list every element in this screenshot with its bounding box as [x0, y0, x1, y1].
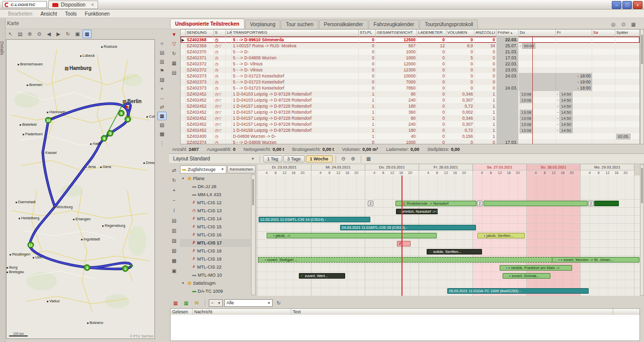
message-column-gelesen[interactable]: Gelesen [171, 309, 193, 315]
route-icon[interactable]: ≈ [157, 39, 167, 48]
back-icon[interactable]: ◀ [44, 30, 53, 38]
gantt-badge[interactable]: 2 [368, 201, 373, 206]
table-row[interactable]: SZ402372◷5 - -> D- Vilnius01200000022.03… [181, 61, 639, 67]
column-header-später[interactable]: Später [615, 30, 640, 36]
kennzeichen-button[interactable]: Kennzeichen [227, 165, 256, 174]
tree-item-mtl-cis-17[interactable]: ✗MTL-CIS 17 [180, 239, 251, 247]
chart2-icon[interactable]: ▨ [170, 236, 179, 245]
tree-item-mtl-cis-13[interactable]: ◷MTL-CIS 13 [180, 207, 251, 215]
tab-undisponierte-teilstrecken[interactable]: Undisponierte Teilstrecken [170, 19, 245, 29]
distance-icon[interactable]: ↔ [157, 94, 167, 102]
gantt-bar[interactable]: →▪jakob, Senften... [477, 233, 525, 238]
gantt-badge[interactable]: 2 [588, 201, 594, 206]
chart-icon[interactable]: ▥ [157, 57, 167, 66]
mail-icon[interactable]: ✉ [192, 299, 201, 307]
tree-item-da-tc-1009[interactable]: ▬DA-TC 1009 [180, 287, 251, 295]
table-row[interactable]: SZ402452◷▽1 D-04157 Leipzig -> D-97228 R… [181, 109, 639, 115]
gantt-bar[interactable]: →▤Rodeberode -> Nunsdorf [395, 201, 476, 206]
range-button-1-woche[interactable]: 1 Woche [306, 155, 333, 162]
column-header-do[interactable]: Do [519, 30, 556, 36]
fit-icon[interactable]: ▣ [73, 30, 82, 38]
menu-item-bearbeiten[interactable]: Bearbeiten [4, 11, 36, 17]
table-row[interactable]: SZ402373◷5 - -> D-01723 Kesselsdorf07000… [181, 79, 639, 85]
gantt-bar[interactable]: →▪zuverl, Stuttgart ... [258, 257, 554, 263]
select-area-icon[interactable]: ▦ [157, 112, 167, 120]
column-header-la[interactable]: LA [226, 30, 232, 36]
refresh-gantt-icon[interactable]: ↻ [170, 176, 179, 185]
more-icon[interactable]: ⋮ [157, 139, 167, 147]
table-row[interactable]: ▶SZ402368◷5 - -> D-99610 Sömmerda0125000… [181, 37, 639, 43]
gantt-bar[interactable] [484, 201, 588, 206]
gantt-badge[interactable]: 2 [477, 201, 482, 206]
column-header-stlpl[interactable]: STLPL [359, 30, 376, 36]
doc-icon[interactable]: ▤ [170, 216, 179, 225]
tree-item-mtl-cis-15[interactable]: ✗MTL-CIS 15 [180, 223, 251, 231]
gantt-bar[interactable]: 26.03.2021 11:01DA-TC 1009 (lkw01283) - [447, 288, 589, 294]
range-button-1-tag[interactable]: 1 Tag [263, 155, 282, 162]
gantt-bar[interactable]: →▪▪zuverl, Wurzen -> St. Johan... [552, 257, 639, 263]
message-column-nachricht[interactable]: Nachricht [193, 309, 291, 315]
flag-icon[interactable]: ⚑ [157, 66, 167, 75]
grid-icon[interactable]: ▦ [629, 20, 638, 29]
column-header-anzcolli[interactable]: ANZCOLLI [474, 30, 497, 36]
gantt-zoom-out-icon[interactable]: ⊖ [339, 154, 348, 163]
tree-item-mtl-cis-14[interactable]: ✗MTL-CIS 14 [180, 215, 251, 223]
tree-item-plane[interactable]: ▾▦Plane [180, 175, 251, 183]
column-header-marker[interactable] [181, 30, 186, 36]
tab-vorplanung[interactable]: Vorplanung [245, 20, 281, 29]
table-row[interactable]: SZ402369◷▽1 I-00157 Roma -> RUS- Moskva0… [181, 43, 639, 49]
column-header-fr[interactable]: Fr [556, 30, 592, 36]
gantt-bar[interactable]: ✓zuverl, Wert... [299, 273, 345, 279]
print-map-icon[interactable]: ▤ [157, 48, 167, 57]
filter-clear-icon[interactable]: ▽ [170, 40, 179, 48]
tab-close-icon[interactable]: × [91, 2, 94, 8]
gantt-bar[interactable]: 12.03.2021 11:01MTL-CIS 14 (CIS14) - [259, 217, 370, 222]
column-header-gesamtgewicht[interactable]: GESAMTGEWICHT [376, 30, 417, 36]
tab-personalkalender[interactable]: Personalkalender [319, 20, 368, 29]
column-header-volumen[interactable]: VOLUMEN [446, 30, 474, 36]
tree-item-mtl-cis-16[interactable]: ✗MTL-CIS 16 [180, 231, 251, 239]
menu-item-tools[interactable]: Tools [61, 11, 80, 17]
expand-icon[interactable]: ▾ [182, 281, 186, 285]
tree-item-mm-lx-433[interactable]: ▬MM-LX 433 [180, 191, 251, 199]
filter-icon[interactable]: ▼ [170, 30, 179, 39]
message-filter-mini-combo[interactable]: −▼ [209, 299, 223, 307]
range-button-3-tage[interactable]: 3 Tage [283, 155, 305, 162]
refresh-icon[interactable]: ↻ [63, 30, 72, 38]
gantt-bar[interactable]: 24.03.2021 11:01MTL-CIS 15 (CIS15) - [340, 225, 476, 230]
info-icon[interactable]: i [170, 206, 179, 215]
tree-item-mtl-mo-10[interactable]: ▬MTL-MO 10 [180, 271, 251, 279]
layers-icon[interactable]: ▦ [83, 30, 92, 38]
table-row[interactable]: SZ402400◷D-04808 Wurzen -> D-14000,15610… [181, 133, 639, 139]
table-row[interactable]: SZ402452◷▽1 D-04158 Leipzig -> D-97228 R… [181, 127, 639, 133]
expand-icon[interactable]: ⇄ [170, 166, 179, 175]
gantt-bar[interactable]: →▪▪nestük, Frankfurt am Main -> [500, 265, 572, 271]
stats-icon[interactable]: ▨ [157, 75, 167, 84]
gantt-bar[interactable]: ✗ [397, 241, 411, 246]
pin-icon[interactable]: ◎ [609, 20, 618, 29]
column-header-lademeter[interactable]: LADEMETER [417, 30, 446, 36]
menu-item-funktionen[interactable]: Funktionen [81, 11, 114, 17]
tab-tour-suchen[interactable]: Tour suchen [281, 20, 318, 29]
pan-icon[interactable]: ↖ [6, 30, 15, 38]
tree-item-dk-jj-28[interactable]: ▬DK-JJ 28 [180, 183, 251, 191]
messages-list[interactable] [170, 315, 640, 341]
device-icon[interactable]: ▥ [170, 226, 179, 235]
close-button[interactable]: × [633, 1, 642, 9]
refresh-table-icon[interactable]: ↻ [170, 49, 179, 58]
table-row[interactable]: SZ402372◷5 - -> D- Vilnius01230000023.03… [181, 67, 639, 73]
cal-green-icon[interactable]: ▦ [182, 299, 191, 307]
table-row[interactable]: SZ402452◷▽1 D-04103 Leipzig -> D-97228 R… [181, 91, 639, 97]
cal-red-icon[interactable]: ▦ [171, 299, 180, 307]
table-vertical-scrollbar[interactable] [640, 29, 644, 144]
table-row[interactable]: SZ402452◷▽1 D-04157 Leipzig -> D-97228 R… [181, 121, 639, 127]
table-row[interactable]: SZ402452◷▽1 D-04157 Leipzig -> D-97228 R… [181, 115, 639, 121]
gantt-bar[interactable] [594, 201, 619, 206]
tab-tourprüfungsprotokoll[interactable]: Tourprüfungsprotokoll [420, 20, 478, 29]
gantt-bar[interactable]: →solide, Senften... [427, 249, 482, 254]
tree-item-mtl-cis-22[interactable]: ✗MTL-CIS 22 [180, 263, 251, 271]
print2-icon[interactable]: ▣ [170, 267, 179, 275]
document-tab-disposition[interactable]: Disposition × [48, 1, 98, 9]
details-strip[interactable]: Details [0, 18, 6, 342]
gantt-zoom-in-icon[interactable]: ⊕ [349, 154, 358, 163]
